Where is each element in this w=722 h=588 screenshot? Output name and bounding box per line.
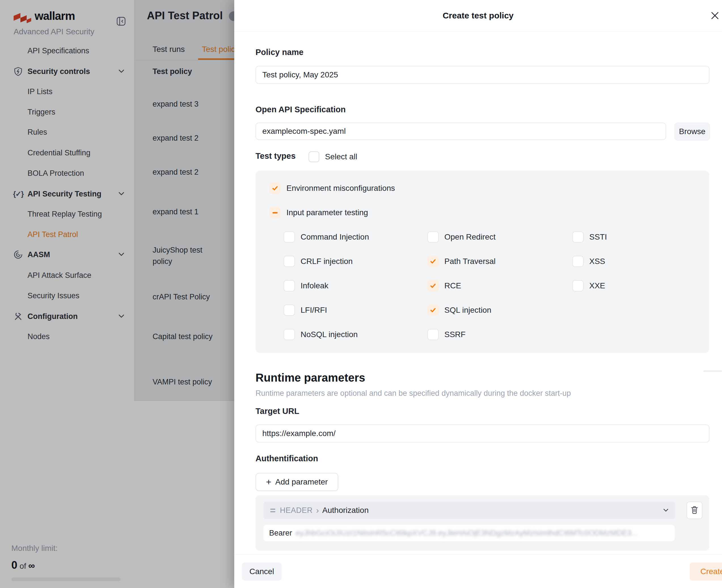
- chevron-down-icon: [663, 508, 668, 513]
- checkbox-rce[interactable]: [427, 280, 439, 291]
- drag-handle-icon[interactable]: [270, 509, 275, 512]
- screen: wallarm Advanced API Security API Specif…: [0, 0, 722, 588]
- checkbox-nosql-injection[interactable]: [284, 329, 295, 340]
- trash-icon: [690, 505, 699, 515]
- policy-name-label: Policy name: [255, 48, 304, 57]
- footer-divider: [234, 554, 722, 554]
- parameter-location-select[interactable]: HEADER › Authorization: [264, 502, 675, 519]
- target-url-label: Target URL: [255, 406, 299, 416]
- spec-filename-input[interactable]: [255, 123, 666, 140]
- close-icon[interactable]: [711, 11, 720, 21]
- checkbox-ssti[interactable]: [572, 231, 584, 243]
- checkbox-lfi-rfi[interactable]: [284, 304, 295, 316]
- authentification-label: Authentification: [255, 454, 318, 463]
- checkbox-environment-misconfigurations[interactable]: [269, 183, 281, 194]
- modal-title: Create test policy: [234, 11, 722, 20]
- checkbox-xxe[interactable]: [572, 280, 584, 291]
- spec-label: Open API Specification: [255, 105, 346, 114]
- create-button[interactable]: Create: [690, 563, 722, 581]
- create-test-policy-modal: Create test policy Policy name Open API …: [234, 0, 722, 588]
- bearer-token-input[interactable]: Bearer eyJhbGciOiJIUzI1NiIsInR5cCI6IkpXV…: [264, 525, 675, 541]
- test-types-panel: Environment misconfigurations Input para…: [255, 171, 709, 353]
- runtime-parameters-heading: Runtime parameters: [255, 372, 365, 384]
- test-types-label: Test types: [255, 151, 295, 161]
- browse-button[interactable]: Browse: [674, 123, 710, 141]
- target-url-input[interactable]: [255, 424, 709, 443]
- select-all-label: Select all: [325, 152, 357, 161]
- scrollbar-thumb[interactable]: [703, 370, 722, 372]
- modal-header: Create test policy: [234, 0, 722, 32]
- delete-parameter-button[interactable]: [686, 502, 702, 519]
- checkbox-ssrf[interactable]: [427, 329, 439, 340]
- cancel-button[interactable]: Cancel: [242, 563, 282, 581]
- add-parameter-button[interactable]: + Add parameter: [255, 473, 338, 491]
- policy-name-input[interactable]: [255, 66, 709, 84]
- checkbox-open-redirect[interactable]: [427, 231, 439, 243]
- checkbox-sql-injection[interactable]: [427, 304, 439, 316]
- auth-parameter-row: HEADER › Authorization Bear: [255, 495, 709, 551]
- runtime-parameters-subtitle: Runtime parameters are optional and can …: [255, 389, 571, 398]
- checkbox-path-traversal[interactable]: [427, 256, 439, 267]
- breadcrumb-separator: ›: [316, 505, 319, 515]
- checkbox-command-injection[interactable]: [284, 231, 295, 243]
- plus-icon: +: [266, 478, 271, 486]
- checkbox-infoleak[interactable]: [284, 280, 295, 291]
- checkbox-crlf-injection[interactable]: [284, 256, 295, 267]
- checkbox-input-parameter-testing[interactable]: [269, 207, 281, 218]
- select-all-checkbox[interactable]: [309, 151, 319, 162]
- jwt-token-blurred: eyJhbGciOiJIUzI1NiIsInR5cCI6IkpXVCJ9.eyJ…: [295, 529, 638, 538]
- checkbox-xss[interactable]: [572, 256, 584, 267]
